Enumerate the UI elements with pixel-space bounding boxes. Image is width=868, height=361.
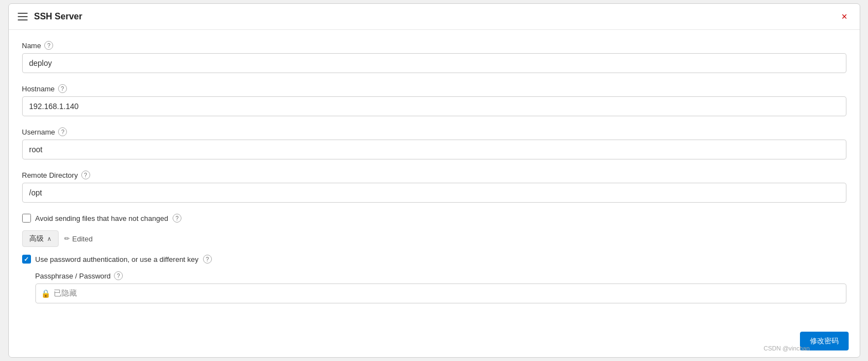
- hamburger-icon[interactable]: [18, 13, 28, 20]
- chevron-up-icon: ∧: [47, 235, 51, 243]
- avoid-sending-help-icon[interactable]: ?: [173, 214, 181, 223]
- avoid-sending-label: Avoid sending files that have not change…: [35, 214, 168, 223]
- username-label: Username ?: [22, 127, 846, 136]
- advanced-label: 高级: [29, 234, 44, 244]
- advanced-section: 高级 ∧ ✏ Edited Use password authenticatio…: [22, 230, 846, 303]
- username-field-group: Username ?: [22, 127, 846, 159]
- passphrase-field-group: Passphrase / Password ? 🔒: [22, 271, 846, 303]
- hostname-label: Hostname ?: [22, 84, 846, 93]
- remote-directory-label: Remote Directory ?: [22, 171, 846, 179]
- passphrase-input-wrapper: 🔒: [35, 283, 846, 303]
- edit-icon: ✏: [64, 235, 70, 243]
- lock-icon: 🔒: [41, 289, 50, 298]
- use-password-help-icon[interactable]: ?: [203, 255, 212, 264]
- name-help-icon[interactable]: ?: [44, 41, 53, 50]
- advanced-toggle-row: 高级 ∧ ✏ Edited: [22, 230, 846, 247]
- edited-badge: ✏ Edited: [64, 235, 93, 243]
- advanced-content: Use password authentication, or use a di…: [22, 255, 846, 303]
- advanced-toggle-button[interactable]: 高级 ∧: [22, 230, 59, 247]
- username-input[interactable]: [22, 140, 846, 159]
- username-help-icon[interactable]: ?: [58, 127, 67, 136]
- avoid-sending-checkbox[interactable]: [22, 214, 31, 223]
- hostname-input[interactable]: [22, 96, 846, 116]
- dialog-body: Name ? Hostname ? Username ? Remote Dire…: [9, 30, 860, 323]
- use-password-checkbox[interactable]: [22, 255, 31, 264]
- name-field-group: Name ?: [22, 41, 846, 73]
- close-button[interactable]: ×: [838, 11, 851, 23]
- remote-directory-help-icon[interactable]: ?: [81, 171, 90, 179]
- passphrase-help-icon[interactable]: ?: [114, 271, 123, 280]
- hostname-field-group: Hostname ?: [22, 84, 846, 116]
- hostname-help-icon[interactable]: ?: [58, 84, 67, 93]
- save-button[interactable]: 修改密码: [800, 332, 849, 350]
- name-input[interactable]: [22, 53, 846, 73]
- bottom-bar: 修改密码: [789, 325, 860, 357]
- edited-label: Edited: [72, 235, 93, 243]
- name-label: Name ?: [22, 41, 846, 50]
- remote-directory-input[interactable]: [22, 183, 846, 203]
- use-password-row: Use password authentication, or use a di…: [22, 255, 846, 264]
- dialog-header: SSH Server ×: [9, 4, 860, 30]
- dialog-title: SSH Server: [34, 12, 82, 22]
- use-password-label: Use password authentication, or use a di…: [35, 255, 199, 264]
- passphrase-label: Passphrase / Password ?: [35, 271, 846, 280]
- remote-directory-field-group: Remote Directory ?: [22, 171, 846, 203]
- ssh-server-dialog: SSH Server × Name ? Hostname ? Username …: [8, 3, 860, 358]
- avoid-sending-row: Avoid sending files that have not change…: [22, 214, 846, 223]
- passphrase-input[interactable]: [35, 283, 846, 303]
